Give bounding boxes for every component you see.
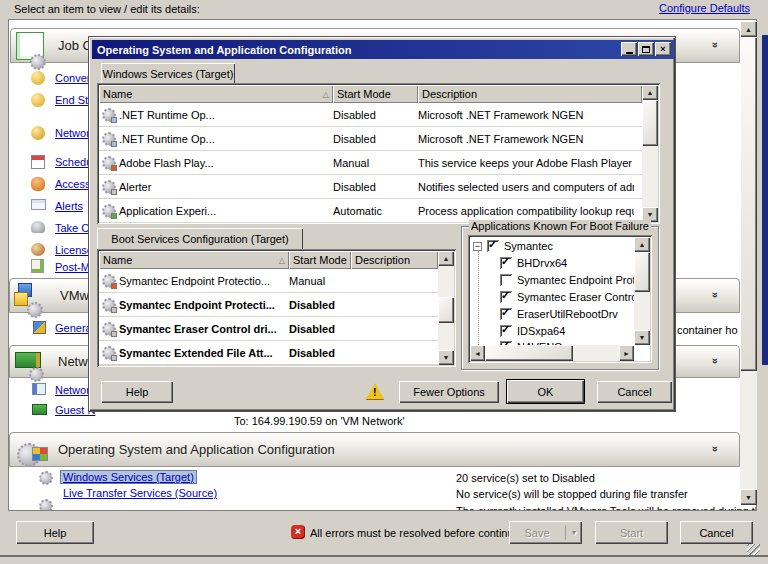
save-dropdown-icon[interactable]: ▼ — [566, 529, 582, 536]
scroll-down-icon[interactable]: ▼ — [740, 489, 757, 505]
service-start-mode: Disabled — [285, 347, 347, 359]
table-row[interactable]: Symantec Eraser Control dri... Disabled — [99, 317, 438, 341]
error-message: All errors must be resolved before conti… — [310, 527, 528, 539]
table-row[interactable]: Symantec Endpoint Protectio... Manual — [99, 269, 438, 293]
sidebar-item-take-control[interactable]: Take C — [55, 222, 89, 234]
column-header-name[interactable]: Name△ — [99, 251, 289, 269]
service-status-dot — [111, 355, 117, 361]
windows-flag-icon — [32, 447, 48, 461]
checkbox[interactable] — [500, 291, 512, 303]
table-row[interactable]: .NET Runtime Op... Disabled Microsoft .N… — [99, 103, 642, 127]
scroll-right-icon[interactable]: ► — [619, 345, 634, 361]
minimize-icon — [626, 52, 633, 54]
column-header-start-mode[interactable]: Start Mode — [289, 251, 351, 269]
sidebar-item-alerts[interactable]: Alerts — [55, 200, 83, 212]
tree-item[interactable]: IDSxpa64 — [500, 325, 565, 337]
column-header-description[interactable]: Description — [351, 251, 438, 269]
dialog-cancel-button[interactable]: Cancel — [597, 381, 672, 403]
scrollbar-thumb[interactable] — [642, 100, 658, 146]
sort-ascending-icon: △ — [279, 256, 285, 265]
scroll-down-icon[interactable]: ▼ — [634, 330, 650, 345]
table-row[interactable]: Alerter Disabled Notifies selected users… — [99, 175, 642, 199]
scroll-up-icon[interactable]: ▲ — [634, 237, 650, 252]
table-row[interactable]: Symantec Endpoint Protecti... Disabled — [99, 293, 438, 317]
collapse-chevron-icon[interactable]: « — [708, 42, 720, 48]
service-description: Microsoft .NET Framework NGEN — [414, 109, 634, 121]
table-row[interactable]: Adobe Flash Play... Manual This service … — [99, 151, 642, 175]
fewer-options-button[interactable]: Fewer Options — [399, 381, 499, 403]
tab-boot-services[interactable]: Boot Services Configuration (Target) — [97, 228, 303, 249]
scrollbar-thumb[interactable] — [438, 297, 454, 323]
checkbox[interactable] — [500, 325, 512, 337]
checkbox[interactable] — [500, 308, 512, 320]
scroll-up-icon[interactable]: ▲ — [438, 251, 454, 266]
network-job-icon — [31, 126, 45, 140]
scroll-up-icon[interactable]: ▲ — [740, 21, 757, 37]
network-gear-icon — [30, 368, 43, 381]
column-name-label: Name — [103, 254, 132, 266]
service-name: Alerter — [115, 181, 329, 193]
to-address-line: To: 164.99.190.59 on 'VM Network' — [234, 415, 405, 427]
column-header-name[interactable]: Name△ — [99, 85, 333, 103]
tree-item[interactable]: Symantec Endpoint Protec — [500, 274, 634, 286]
scroll-up-icon[interactable]: ▲ — [642, 85, 658, 100]
boot-table-body: Symantec Endpoint Protectio... Manual Sy… — [99, 269, 438, 365]
column-header-start-mode[interactable]: Start Mode — [333, 85, 418, 103]
tree-item-label: Symantec Endpoint Protec — [517, 274, 634, 286]
table-row[interactable]: Symantec Extended File Att... Disabled — [99, 341, 438, 365]
container-text-fragment: container ho — [677, 324, 740, 336]
ok-button[interactable]: OK — [506, 379, 585, 404]
collapse-chevron-icon[interactable]: « — [708, 446, 720, 452]
collapse-chevron-icon[interactable]: « — [708, 292, 720, 298]
os-row-windows-services[interactable]: Windows Services (Target) — [61, 471, 196, 483]
service-gear-icon — [103, 275, 115, 287]
services-table-header: Name△ Start Mode Description — [99, 85, 642, 103]
table-row[interactable]: .NET Runtime Op... Disabled Microsoft .N… — [99, 127, 642, 151]
sidebar-item-post-migration[interactable]: Post-Mi — [55, 261, 92, 273]
conversion-icon — [31, 71, 45, 85]
warning-icon — [366, 383, 384, 399]
tree-collapse-icon[interactable]: − — [473, 242, 482, 251]
maximize-button[interactable] — [638, 42, 654, 56]
tree-item[interactable]: Symantec Eraser Control c — [500, 291, 634, 303]
tab-windows-services[interactable]: Windows Services (Target) — [101, 63, 235, 84]
collapse-chevron-icon[interactable]: « — [708, 358, 720, 364]
scrollbar-thumb[interactable] — [634, 252, 650, 292]
service-status-dot — [111, 283, 117, 289]
scrollbar-thumb[interactable] — [485, 345, 573, 361]
checkbox[interactable] — [487, 240, 499, 252]
tree-item-root[interactable]: − Symantec — [473, 240, 553, 252]
main-scrollbar-thumb[interactable] — [740, 37, 757, 371]
close-icon: × — [660, 44, 665, 54]
configure-defaults-link[interactable]: Configure Defaults — [659, 2, 750, 14]
tree-item[interactable]: BHDrvx64 — [500, 257, 567, 269]
tree-item-label: EraserUtilRebootDrv — [517, 308, 618, 320]
tree-viewport: − Symantec BHDrvx64 Symantec Endpoint Pr… — [470, 237, 634, 345]
dialog-titlebar[interactable]: Operating System and Application Configu… — [92, 40, 674, 59]
boot-table-scrollbar[interactable]: ▲ ▼ — [438, 251, 454, 365]
section-header-os-app-config[interactable]: Operating System and Application Configu… — [9, 432, 740, 467]
tree-horizontal-scrollbar[interactable]: ◄ ► — [470, 345, 634, 361]
help-button[interactable]: Help — [16, 521, 94, 544]
sidebar-item-access[interactable]: Access — [55, 178, 90, 190]
checkbox[interactable] — [500, 257, 512, 269]
services-table-scrollbar[interactable]: ▲ ▼ — [642, 85, 658, 222]
tree-vertical-scrollbar[interactable]: ▲ ▼ — [634, 237, 650, 345]
tree-item-label: Symantec Eraser Control c — [517, 291, 634, 303]
minimize-button[interactable] — [621, 42, 637, 56]
service-description: This service keeps your Adobe Flash Play… — [414, 157, 634, 169]
os-row-live-transfer[interactable]: Live Transfer Services (Source) — [63, 487, 217, 499]
sidebar-item-schedule[interactable]: Schedu — [55, 156, 92, 168]
close-button[interactable]: × — [655, 42, 671, 56]
checkbox[interactable] — [500, 274, 512, 286]
scroll-left-icon[interactable]: ◄ — [470, 345, 485, 361]
main-vertical-scrollbar[interactable]: ▲ ▼ — [740, 21, 757, 505]
tree-item[interactable]: EraserUtilRebootDrv — [500, 308, 618, 320]
start-button[interactable]: Start — [595, 521, 668, 544]
column-name-label: Name — [103, 88, 132, 100]
cancel-button[interactable]: Cancel — [680, 521, 753, 544]
save-button[interactable]: Save ▼ — [509, 521, 582, 544]
dialog-help-button[interactable]: Help — [101, 381, 173, 403]
column-header-description[interactable]: Description — [418, 85, 642, 103]
scroll-down-icon[interactable]: ▼ — [438, 350, 454, 365]
